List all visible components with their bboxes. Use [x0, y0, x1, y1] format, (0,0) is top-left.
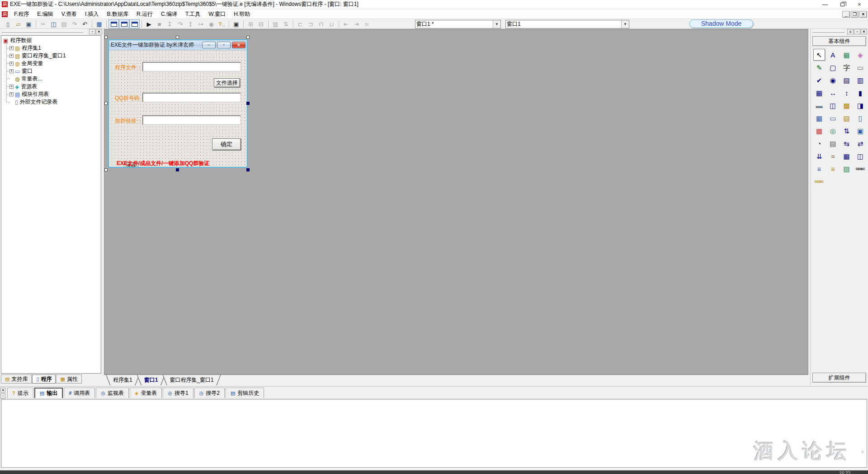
printer-component-icon[interactable]: ▤	[827, 137, 839, 149]
tab-hints[interactable]: ?提示	[7, 388, 33, 398]
menu-item-7[interactable]: T.工具	[181, 9, 204, 19]
tab-watch-table[interactable]: ◎监视表	[96, 388, 129, 398]
datagrid-component-icon[interactable]: ▦	[841, 150, 853, 162]
menu-item-3[interactable]: I.插入	[81, 9, 103, 19]
designer-tab-window1[interactable]: 窗口1	[137, 375, 165, 385]
program-file-input[interactable]	[142, 62, 241, 71]
database-button[interactable]: ▦	[94, 19, 104, 28]
tree-expand-icon[interactable]: +	[9, 92, 14, 96]
align-right-button[interactable]: ⊐	[306, 19, 316, 28]
resize-handle-bottom-center[interactable]	[176, 168, 179, 171]
tab-support-library[interactable]: ▤支持库	[1, 374, 32, 384]
panel-maximize-button[interactable]: ▫	[854, 29, 860, 34]
help-context-button[interactable]: ?..	[217, 19, 227, 28]
resize-handle-bottom-left[interactable]	[104, 168, 108, 171]
shape-component-icon[interactable]: ◈	[854, 49, 866, 61]
component-order-button[interactable]: ⇅	[281, 19, 291, 28]
step-over-button[interactable]: ↷	[175, 19, 185, 28]
breakpoint-button[interactable]: ◉	[206, 19, 217, 28]
progressbar-component-icon[interactable]: ▮	[854, 87, 866, 99]
tree-item-resource-table[interactable]: +◈资源表	[1, 83, 101, 90]
chevron-down-icon[interactable]: ▼	[621, 20, 629, 28]
ok-button[interactable]: 确定	[212, 138, 241, 150]
redo-button[interactable]: ↷	[69, 19, 80, 28]
extended-components-button[interactable]: 扩展组件	[812, 373, 866, 383]
colortable-component-icon[interactable]: ▩	[813, 125, 825, 137]
panel-menu-button[interactable]: ≡	[847, 29, 854, 34]
resize-handle-right-center[interactable]	[246, 102, 250, 105]
window-split-view-button[interactable]	[129, 19, 140, 28]
picture-component-icon[interactable]: ▦	[841, 49, 853, 61]
component-combobox[interactable]: ▼	[505, 20, 629, 28]
tree-expand-icon[interactable]: +	[9, 62, 14, 66]
combobox-component-icon[interactable]: ▥	[854, 74, 866, 86]
resize-handle-top-left[interactable]	[104, 36, 108, 39]
select-cursor-icon[interactable]: ↖	[813, 49, 825, 61]
form-maximize-button[interactable]: ▫	[217, 42, 231, 48]
ruler-component-icon[interactable]: ▬	[813, 100, 825, 111]
group-link-input[interactable]	[142, 115, 241, 125]
tree-item-constant-table[interactable]: ◍常量表...	[1, 75, 101, 83]
panel-close-button[interactable]: ×	[96, 29, 102, 34]
menu-item-8[interactable]: W.窗口	[204, 9, 230, 19]
tree-item-module-reference-table[interactable]: +▤模块引用表	[1, 90, 101, 98]
drag-grip[interactable]	[2, 31, 83, 33]
menu-item-9[interactable]: H.帮助	[230, 9, 254, 19]
resize-handle-top-center[interactable]	[176, 36, 179, 39]
tree-item-program-data[interactable]: ▣程序数据	[1, 37, 101, 44]
maximize-button[interactable]	[834, 0, 851, 9]
resize-handle-left-center[interactable]	[104, 102, 108, 105]
shadow-mode-button[interactable]: Shadow Mode	[689, 19, 753, 28]
copy-button[interactable]: ◫	[48, 19, 59, 28]
component-combobox-input[interactable]	[507, 21, 621, 28]
filmstrip-component-icon[interactable]: ▩	[841, 100, 853, 111]
tab-program[interactable]: ▯程序	[32, 374, 56, 384]
radio-component-icon[interactable]: ◉	[827, 74, 839, 86]
chevron-down-icon[interactable]: ▼	[493, 20, 500, 28]
output-content[interactable]: 酒入论坛 ˅	[1, 399, 867, 468]
align-bottom-button[interactable]: ⊔	[326, 19, 337, 28]
run-to-cursor-button[interactable]: ↦	[196, 19, 206, 28]
same-size-button[interactable]: ≍	[362, 19, 372, 28]
step-into-button[interactable]: ↧	[165, 19, 175, 28]
form-close-button[interactable]: ×	[232, 42, 245, 48]
menu-item-4[interactable]: B.数据库	[103, 9, 132, 19]
step-out-button[interactable]: ↥	[185, 19, 196, 28]
mdi-restore-button[interactable]: ❐	[851, 11, 859, 18]
output-dock-button[interactable]: ▫	[0, 393, 5, 398]
datasource-doc-component-icon[interactable]: ≡	[813, 163, 825, 175]
qq-group-input[interactable]	[142, 93, 241, 102]
tree-item-assembly1[interactable]: +▤程序集1	[1, 44, 101, 52]
delete-component-button[interactable]: ⊟	[256, 19, 266, 28]
groupbox-component-icon[interactable]: ▢	[827, 62, 839, 73]
calendar-component-icon[interactable]: ▦	[813, 112, 825, 124]
tab-call-table[interactable]: #调用表	[64, 388, 95, 398]
edit-component-icon[interactable]: ✎	[813, 62, 825, 73]
menu-item-5[interactable]: R.运行	[132, 9, 157, 19]
open-file-button[interactable]: ▱	[13, 19, 24, 28]
tree-expand-icon[interactable]: +	[9, 69, 14, 73]
toolwindow-component-icon[interactable]: ▣	[854, 125, 866, 137]
mdi-minimize-button[interactable]: _	[842, 11, 850, 18]
datasource-db-component-icon[interactable]: ≡	[827, 163, 839, 175]
resize-handle-bottom-right[interactable]	[246, 168, 250, 171]
designed-form-window[interactable]: EXE文件一键加群验证 by米津玄师 ─ ▫ × 程序文件： 文件选择 QQ群号…	[108, 40, 247, 167]
align-top-button[interactable]: ⊓	[316, 19, 326, 28]
undo-button[interactable]: ↶	[80, 19, 90, 28]
basic-components-button[interactable]: 基本组件	[812, 36, 866, 46]
tree-expand-icon[interactable]: +	[9, 54, 14, 58]
network-component-icon[interactable]: ⇊	[813, 150, 825, 162]
vertical-splitter-right[interactable]	[809, 29, 810, 385]
same-width-button[interactable]: ⇤	[341, 19, 351, 28]
window-combobox[interactable]: ▼	[415, 20, 501, 28]
menu-item-2[interactable]: V.查看	[57, 9, 81, 19]
panel-maximize-button[interactable]: ▫	[89, 29, 95, 34]
minimize-button[interactable]: —	[816, 0, 834, 9]
output-close-button[interactable]: ×	[0, 388, 5, 393]
mediaplayer-component-icon[interactable]: ◫	[854, 150, 866, 162]
taskbar-edge[interactable]: 16:23	[0, 470, 868, 474]
imagelist-component-icon[interactable]: ▨	[841, 163, 853, 175]
form-client-area[interactable]: 程序文件： 文件选择 QQ群号码： 加群链接： 确定 选择 EXE文件/成品文件…	[109, 50, 247, 167]
stop-button[interactable]: ■	[154, 19, 165, 28]
tabcontrol-component-icon[interactable]: ◫	[827, 100, 839, 111]
